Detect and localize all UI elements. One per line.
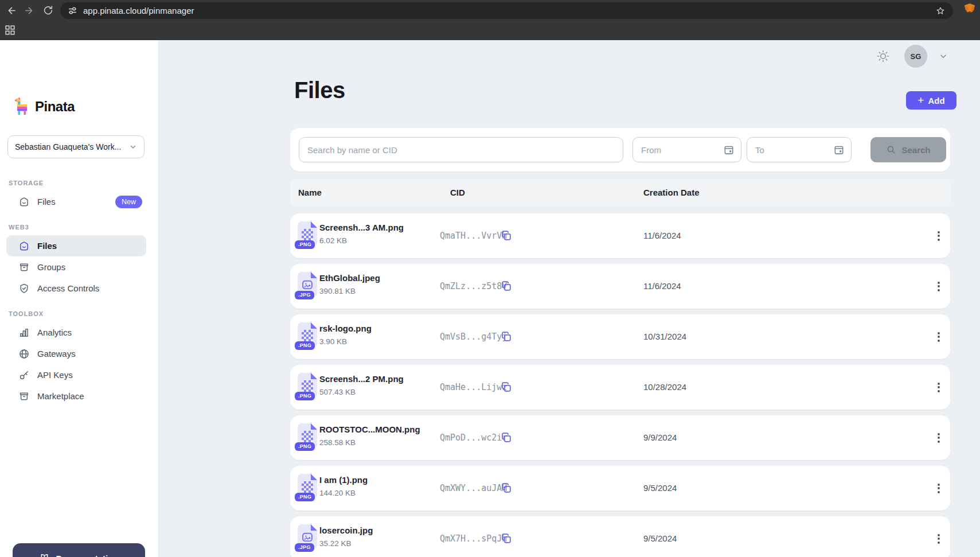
page-fold-icon bbox=[311, 423, 317, 430]
row-actions-menu[interactable] bbox=[931, 531, 946, 546]
checker-glyph-icon bbox=[302, 229, 313, 240]
row-actions-menu[interactable] bbox=[931, 279, 946, 294]
file-type-icon: .PNG bbox=[298, 221, 317, 247]
row-actions-menu[interactable] bbox=[931, 481, 946, 496]
file-creation-date: 10/28/2024 bbox=[643, 382, 686, 392]
page-title: Files bbox=[294, 76, 345, 104]
documentation-button[interactable]: Documentation bbox=[13, 543, 145, 557]
from-input[interactable] bbox=[632, 137, 741, 162]
sidebar-item-files[interactable]: FilesNew bbox=[0, 191, 158, 212]
plus-icon: + bbox=[917, 95, 924, 106]
theme-toggle-button[interactable] bbox=[876, 49, 890, 63]
copy-cid-button[interactable] bbox=[500, 330, 513, 343]
file-name: ROOTSTOC...MOON.png bbox=[319, 424, 420, 434]
table-row[interactable]: .PNG Screensh...2 PM.png 507.43 KB QmaHe… bbox=[290, 365, 950, 410]
search-input[interactable] bbox=[299, 137, 623, 162]
date-from-field bbox=[632, 137, 741, 162]
table-row[interactable]: .PNG ROOTSTOC...MOON.png 258.58 KB QmPoD… bbox=[290, 415, 950, 460]
file-name: EthGlobal.jpeg bbox=[319, 273, 380, 283]
file-type-icon: .PNG bbox=[298, 322, 317, 348]
browser-chrome: app.pinata.cloud/pinmanager bbox=[0, 0, 980, 40]
file-name: losercoin.jpg bbox=[319, 525, 373, 535]
back-button[interactable] bbox=[5, 3, 18, 17]
bar-chart-icon bbox=[18, 327, 30, 338]
tab-groups-grid-icon[interactable] bbox=[5, 25, 15, 35]
sidebar-item-label: API Keys bbox=[37, 370, 73, 380]
filter-bar: Search bbox=[290, 128, 950, 172]
sun-icon bbox=[876, 49, 890, 63]
file-cid: QmVsB...g4Tyj bbox=[440, 332, 507, 342]
file-ext-badge: .PNG bbox=[295, 493, 315, 501]
box-icon bbox=[18, 262, 30, 273]
bookmark-star-icon[interactable] bbox=[935, 6, 946, 16]
sidebar-item-marketplace[interactable]: Marketplace bbox=[0, 385, 158, 407]
copy-cid-button[interactable] bbox=[500, 431, 513, 444]
sidebar-item-groups[interactable]: Groups bbox=[0, 256, 158, 278]
sidebar-item-access-controls[interactable]: Access Controls bbox=[0, 278, 158, 299]
brand-name: Pinata bbox=[35, 99, 75, 115]
back-arrow-icon bbox=[6, 5, 17, 16]
copy-cid-button[interactable] bbox=[500, 280, 513, 293]
row-actions-menu[interactable] bbox=[931, 380, 946, 395]
file-cid: QmaTH...VvrVh bbox=[440, 231, 507, 241]
table-row[interactable]: .JPG losercoin.jpg 35.22 KB QmX7H...sPqJ… bbox=[290, 516, 950, 557]
sidebar-item-gateways[interactable]: Gateways bbox=[0, 343, 158, 364]
page-fold-icon bbox=[311, 221, 317, 228]
forward-button[interactable] bbox=[22, 3, 36, 17]
file-creation-date: 9/5/2024 bbox=[643, 483, 677, 493]
search-button[interactable]: Search bbox=[870, 137, 946, 162]
workspace-name: Sebastian Guaqueta's Work... bbox=[15, 142, 129, 151]
row-actions-menu[interactable] bbox=[931, 329, 946, 344]
file-type-icon: .PNG bbox=[298, 423, 317, 449]
sidebar-nav: STORAGEFilesNewWEB3FilesGroupsAccess Con… bbox=[0, 170, 158, 407]
file-ext-badge: .PNG bbox=[295, 442, 315, 451]
pinata-logo[interactable]: Pinata bbox=[14, 98, 75, 115]
workspace-selector[interactable]: Sebastian Guaqueta's Work... bbox=[7, 135, 145, 158]
chevron-down-icon bbox=[129, 143, 137, 151]
copy-cid-button[interactable] bbox=[500, 532, 513, 545]
table-row[interactable]: .JPG EthGlobal.jpeg 390.81 KB QmZLz...z5… bbox=[290, 264, 950, 309]
file-ext-badge: .PNG bbox=[295, 341, 315, 350]
image-glyph-icon bbox=[302, 280, 313, 290]
to-input[interactable] bbox=[747, 137, 852, 162]
file-creation-date: 10/31/2024 bbox=[643, 332, 686, 341]
date-to-field bbox=[747, 137, 852, 162]
file-ext-badge: .JPG bbox=[295, 543, 314, 552]
image-glyph-icon bbox=[302, 532, 313, 542]
account-menu-chevron[interactable] bbox=[939, 52, 948, 61]
new-badge: New bbox=[115, 196, 142, 208]
file-creation-date: 9/5/2024 bbox=[643, 533, 677, 543]
table-row[interactable]: .PNG Screensh...3 AM.png 6.02 KB QmaTH..… bbox=[290, 213, 950, 258]
add-button[interactable]: + Add bbox=[906, 91, 956, 110]
metamask-extension-icon[interactable] bbox=[963, 3, 976, 15]
table-row[interactable]: .PNG rsk-logo.png 3.90 KB QmVsB...g4Tyj … bbox=[290, 314, 950, 359]
checker-glyph-icon bbox=[302, 431, 313, 442]
file-name: rsk-logo.png bbox=[319, 324, 372, 333]
column-name: Name bbox=[298, 179, 322, 207]
search-button-label: Search bbox=[901, 145, 930, 155]
checker-glyph-icon bbox=[302, 380, 313, 392]
sidebar-item-analytics[interactable]: Analytics bbox=[0, 322, 158, 343]
url-bar[interactable]: app.pinata.cloud/pinmanager bbox=[60, 2, 953, 19]
table-header: Name CID Creation Date bbox=[290, 179, 950, 207]
sidebar-item-label: Gateways bbox=[37, 349, 76, 359]
copy-cid-button[interactable] bbox=[500, 381, 513, 394]
sidebar-item-label: Analytics bbox=[37, 328, 72, 337]
row-actions-menu[interactable] bbox=[931, 430, 946, 445]
globe-icon bbox=[18, 348, 30, 360]
file-size: 144.20 KB bbox=[319, 489, 356, 497]
sidebar-section-label: TOOLBOX bbox=[9, 310, 158, 317]
file-ext-badge: .PNG bbox=[295, 392, 315, 400]
file-cid: QmPoD...wc2ir bbox=[440, 433, 507, 443]
page-fold-icon bbox=[311, 272, 317, 278]
reload-button[interactable] bbox=[41, 3, 55, 17]
sidebar-item-files[interactable]: Files bbox=[6, 235, 146, 256]
copy-cid-button[interactable] bbox=[500, 482, 513, 494]
sidebar-item-api-keys[interactable]: API Keys bbox=[0, 364, 158, 385]
table-row[interactable]: .PNG I am (1).png 144.20 KB QmXWY...auJA… bbox=[290, 466, 950, 511]
row-actions-menu[interactable] bbox=[931, 228, 946, 243]
file-creation-date: 11/6/2024 bbox=[643, 281, 681, 291]
copy-cid-button[interactable] bbox=[500, 229, 513, 242]
file-name: I am (1).png bbox=[319, 475, 368, 485]
avatar[interactable]: SG bbox=[904, 45, 927, 68]
